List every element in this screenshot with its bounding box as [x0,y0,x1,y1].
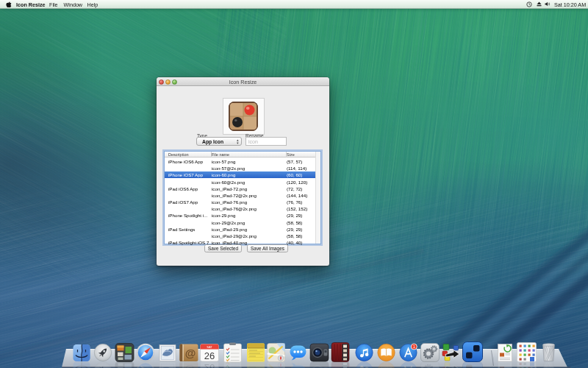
svg-text:@: @ [185,347,196,359]
svg-text:1: 1 [413,344,415,349]
svg-text:SAT: SAT [207,345,212,349]
svg-text:26: 26 [204,350,215,361]
